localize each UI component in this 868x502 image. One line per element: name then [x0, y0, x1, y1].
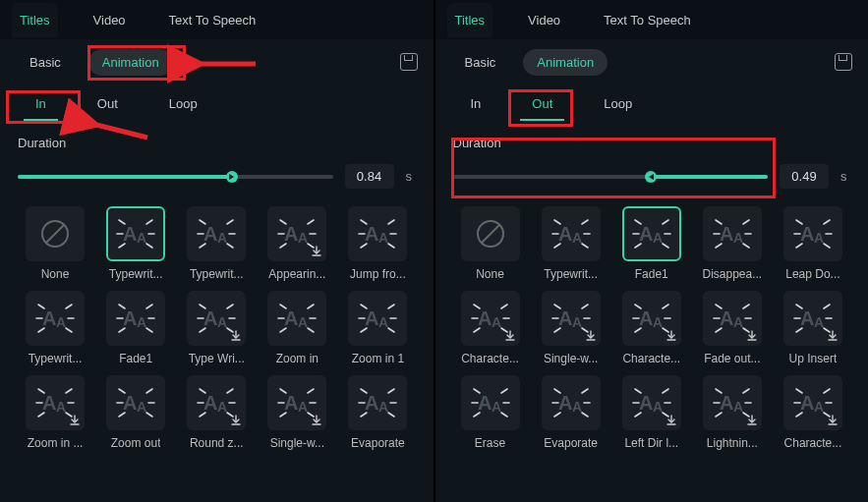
preset-item[interactable]: AAFade1 [98, 291, 173, 365]
animtab-loop[interactable]: Loop [157, 90, 209, 117]
animtab-out[interactable]: Out [86, 90, 130, 117]
preset-thumb: AA [106, 291, 165, 346]
preset-item[interactable]: AAZoom in ... [18, 375, 92, 450]
tab-video[interactable]: Video [86, 3, 134, 37]
svg-line-151 [743, 244, 749, 248]
preset-item[interactable]: AAZoom out [98, 375, 173, 450]
preset-item[interactable]: AAZoom in 1 [340, 291, 415, 365]
preset-item[interactable]: AACharacte... [453, 291, 528, 365]
svg-text:A: A [378, 230, 388, 246]
svg-line-31 [388, 220, 394, 224]
svg-text:A: A [733, 230, 743, 246]
preset-item[interactable]: AADisappea... [695, 206, 770, 281]
duration-value[interactable]: 0.84 [345, 164, 394, 189]
svg-line-118 [361, 389, 367, 393]
tab-titles[interactable]: Titles [12, 3, 58, 37]
preset-item[interactable]: AAZoom in [260, 291, 334, 365]
preset-thumb: AA [783, 206, 842, 261]
download-icon [229, 329, 243, 343]
preset-item[interactable]: AASingle-w... [260, 375, 334, 450]
duration-slider[interactable] [18, 175, 333, 179]
svg-text:A: A [478, 307, 492, 329]
svg-text:A: A [814, 230, 824, 246]
preset-item[interactable]: None [18, 206, 92, 281]
tab-video[interactable]: Video [520, 3, 568, 37]
anim-direction-tabs: In Out Loop [0, 84, 434, 122]
preset-item[interactable]: AAEvaporate [534, 375, 608, 450]
preset-item[interactable]: AASingle-w... [534, 291, 608, 365]
svg-line-35 [388, 244, 394, 248]
preset-item[interactable]: AAUp Insert [776, 291, 850, 365]
svg-line-42 [38, 328, 44, 332]
svg-line-212 [474, 389, 480, 393]
preset-label: Leap Do... [785, 267, 839, 281]
svg-text:A: A [284, 392, 298, 414]
preset-item[interactable]: AATypewrit... [18, 291, 92, 365]
panel-left: Titles Video Text To Speech Basic Animat… [0, 0, 434, 502]
svg-line-216 [474, 413, 480, 417]
preset-item[interactable]: AALeap Do... [776, 206, 850, 281]
preset-item[interactable]: AAType Wri... [179, 291, 254, 365]
preset-item[interactable]: AATypewrit... [179, 206, 254, 281]
svg-text:A: A [137, 399, 146, 415]
svg-text:A: A [720, 223, 733, 245]
preset-thumb: AA [187, 291, 246, 346]
svg-text:A: A [800, 223, 814, 245]
svg-text:A: A [639, 223, 653, 245]
svg-line-183 [663, 305, 668, 308]
tab-text-to-speech[interactable]: Text To Speech [161, 3, 264, 37]
svg-line-217 [501, 413, 507, 417]
preset-label: Single-w... [270, 436, 324, 450]
duration-slider[interactable] [453, 175, 769, 179]
preset-item[interactable]: None [453, 206, 528, 281]
preset-item[interactable]: AACharacte... [776, 375, 850, 450]
tab-titles[interactable]: Titles [447, 3, 493, 37]
subtab-animation[interactable]: Animation [88, 49, 173, 76]
tab-text-to-speech[interactable]: Text To Speech [596, 3, 699, 37]
animtab-out[interactable]: Out [520, 90, 564, 117]
svg-line-94 [119, 413, 125, 417]
animtab-in[interactable]: In [24, 90, 58, 117]
save-preset-icon[interactable] [835, 53, 852, 71]
slider-thumb[interactable] [645, 171, 657, 183]
slider-thumb[interactable] [226, 171, 238, 183]
preset-item[interactable]: AACharacte... [614, 291, 689, 365]
preset-item[interactable]: AAFade out... [695, 291, 770, 365]
preset-item[interactable]: AAJump fro... [340, 206, 415, 281]
animtab-in[interactable]: In [459, 90, 493, 117]
subtab-animation[interactable]: Animation [523, 49, 608, 76]
preset-item[interactable]: AALightnin... [695, 375, 770, 450]
animtab-loop[interactable]: Loop [592, 90, 644, 117]
preset-item[interactable]: AALeft Dir l... [614, 375, 689, 450]
preset-thumb: AA [542, 291, 601, 346]
subtab-basic[interactable]: Basic [16, 49, 75, 76]
svg-line-130 [554, 220, 560, 224]
preset-item[interactable]: AATypewrit... [98, 206, 173, 281]
svg-line-224 [554, 413, 560, 417]
svg-line-238 [716, 389, 722, 393]
preset-item[interactable]: AAFade1 [614, 206, 689, 281]
preset-label: Jump fro... [350, 267, 406, 281]
preset-label: Evaporate [351, 436, 405, 450]
preset-item[interactable]: AAEvaporate [340, 375, 415, 450]
preset-item[interactable]: AAAppearin... [260, 206, 334, 281]
svg-line-73 [388, 305, 394, 308]
download-icon [503, 329, 517, 343]
svg-text:A: A [123, 307, 137, 329]
svg-line-38 [38, 305, 44, 308]
duration-value[interactable]: 0.49 [780, 164, 829, 189]
preset-thumb: AA [348, 375, 407, 430]
svg-line-220 [554, 389, 560, 393]
subtab-basic[interactable]: Basic [451, 49, 510, 76]
svg-line-147 [743, 220, 749, 224]
svg-line-50 [119, 328, 125, 332]
svg-text:A: A [298, 399, 308, 415]
preset-item[interactable]: AAErase [453, 375, 528, 450]
top-tabs: Titles Video Text To Speech [435, 0, 869, 39]
preset-item[interactable]: AATypewrit... [534, 206, 608, 281]
svg-text:A: A [284, 307, 298, 329]
svg-line-127 [482, 225, 499, 243]
preset-thumb: AA [106, 375, 165, 430]
preset-item[interactable]: AARound z... [179, 375, 254, 450]
save-preset-icon[interactable] [400, 53, 418, 71]
